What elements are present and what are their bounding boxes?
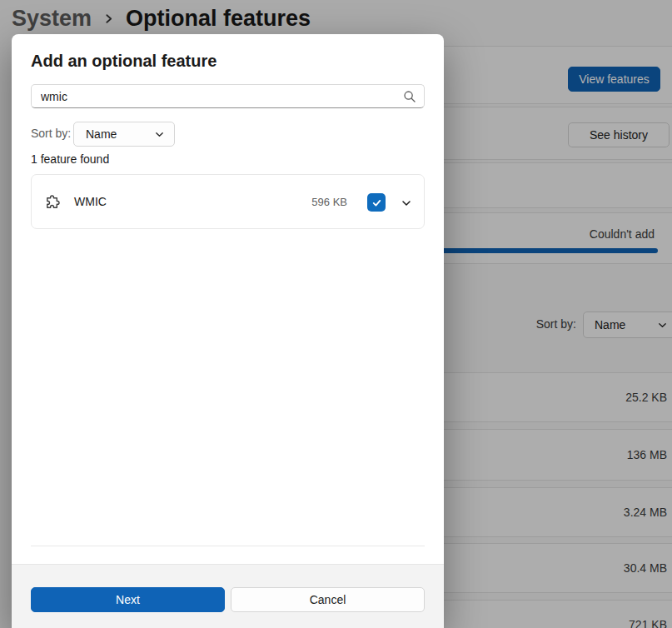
feature-name: WMIC <box>74 195 107 208</box>
cancel-button[interactable]: Cancel <box>231 587 425 612</box>
checkmark-icon <box>371 197 382 208</box>
dialog-sort-value: Name <box>86 127 117 141</box>
add-optional-feature-dialog: Add an optional feature Sort by: Name 1 … <box>12 34 444 628</box>
dialog-footer: Next Cancel <box>12 564 444 628</box>
next-button[interactable]: Next <box>31 587 225 612</box>
results-summary: 1 feature found <box>31 152 109 166</box>
dialog-sort-dropdown[interactable]: Name <box>73 122 175 147</box>
feature-search-box <box>31 84 425 108</box>
feature-checkbox[interactable] <box>367 193 386 212</box>
feature-size: 596 KB <box>311 196 347 208</box>
wmic-feature-row[interactable]: WMIC 596 KB <box>31 174 425 229</box>
chevron-down-icon[interactable] <box>401 197 412 209</box>
search-icon[interactable] <box>403 90 416 103</box>
chevron-down-icon <box>154 129 165 140</box>
puzzle-piece-icon <box>43 192 62 211</box>
dialog-title: Add an optional feature <box>31 52 217 71</box>
dialog-divider <box>31 546 425 546</box>
dialog-sort-label: Sort by: <box>31 127 71 140</box>
feature-search-input[interactable] <box>32 85 424 107</box>
